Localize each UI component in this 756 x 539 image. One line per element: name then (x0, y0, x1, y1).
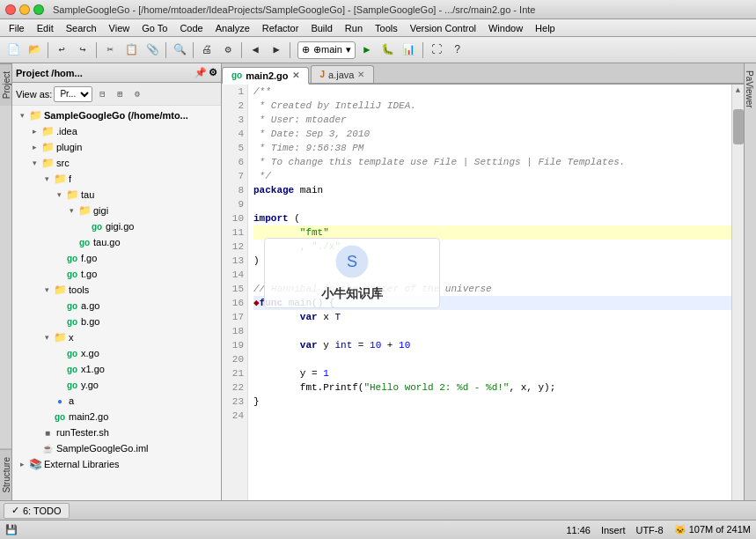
tree-t-go[interactable]: ▸ go t.go (12, 266, 221, 282)
insert-mode[interactable]: Insert (601, 525, 626, 535)
tree-gigi-go[interactable]: ▸ go gigi.go (12, 218, 221, 234)
tree-gigi-folder[interactable]: ▾ 📁 gigi (12, 203, 221, 218)
line-num-11: 11 (232, 225, 244, 240)
paste-button[interactable]: 📎 (143, 41, 162, 60)
tree-x-go[interactable]: ▸ go x.go (12, 345, 221, 361)
menu-file[interactable]: File (4, 21, 30, 35)
menu-run[interactable]: Run (340, 21, 368, 35)
tree-tools[interactable]: ▾ 📁 tools (12, 282, 221, 298)
scrollbar-thumb[interactable] (733, 109, 744, 144)
go-icon-main2: go (53, 410, 67, 424)
menu-help[interactable]: Help (530, 21, 561, 35)
minimize-button[interactable] (19, 4, 30, 15)
tab-main2-go[interactable]: go main2.go ✕ (222, 67, 309, 85)
tree-src[interactable]: ▾ 📁 src (12, 155, 221, 171)
tree-external-libs[interactable]: ▸ 📚 External Libraries (12, 456, 221, 472)
tree-plugin[interactable]: ▸ 📁 plugin (12, 139, 221, 155)
tree-f[interactable]: ▾ 📁 f (12, 171, 221, 187)
tree-a-go[interactable]: ▸ go a.go (12, 298, 221, 314)
folder-icon-x: 📁 (53, 330, 67, 344)
cut-button[interactable]: ✂ (100, 41, 120, 60)
line-num-24: 24 (232, 409, 244, 423)
menu-analyze[interactable]: Analyze (210, 21, 255, 35)
forward-button[interactable]: ▶ (267, 41, 286, 60)
settings-button[interactable]: ⚙ (218, 41, 238, 60)
tree-main2-go[interactable]: ▸ go main2.go (12, 409, 221, 425)
tree-b-go[interactable]: ▸ go b.go (12, 314, 221, 329)
panel-settings-icon[interactable]: ⚙ (209, 67, 217, 78)
line-num-13: 13 (232, 254, 244, 268)
menu-window[interactable]: Window (483, 21, 528, 35)
menu-tools[interactable]: Tools (370, 21, 403, 35)
tree-tau-go[interactable]: ▸ go tau.go (12, 234, 221, 250)
menu-refactor[interactable]: Refactor (257, 21, 305, 35)
window-controls (5, 4, 44, 15)
tree-f-go[interactable]: ▸ go f.go (12, 250, 221, 266)
menu-edit[interactable]: Edit (32, 21, 59, 35)
view-as-select[interactable]: Pr... (54, 86, 92, 102)
code-content[interactable]: /** * Created by IntelliJ IDEA. * User: … (248, 85, 731, 500)
tree-label-extlib: External Libraries (44, 459, 120, 469)
run-config-selector[interactable]: ⊕ ⊕main ▾ (297, 41, 356, 59)
tree-arrow-src: ▾ (28, 159, 40, 167)
bottom-tab-todo[interactable]: ✓ 6: TODO (4, 503, 70, 519)
scrollbar-up-arrow[interactable]: ▲ (732, 85, 744, 97)
tree-x1-go[interactable]: ▸ go x1.go (12, 361, 221, 377)
tab-a-java[interactable]: J a.java ✕ (311, 65, 375, 83)
help-button[interactable]: ? (448, 41, 467, 60)
code-line-24 (253, 409, 731, 423)
run-button[interactable]: ▶ (357, 41, 377, 60)
tree-x[interactable]: ▾ 📁 x (12, 329, 221, 345)
sidebar-tab-project[interactable]: Project (0, 63, 11, 106)
right-tab-paviewer[interactable]: PaViewer (745, 63, 756, 115)
menu-view[interactable]: View (104, 21, 136, 35)
close-button[interactable] (5, 4, 16, 15)
folder-icon-gigi: 📁 (77, 203, 92, 218)
editor-scrollbar[interactable]: ▲ (731, 85, 744, 500)
panel-collapse-btn[interactable]: ⊟ (94, 86, 110, 102)
menu-goto[interactable]: Go To (136, 21, 172, 35)
tab-close-main2[interactable]: ✕ (292, 70, 299, 80)
toolbar-separator-5 (241, 42, 242, 58)
panel-expand-btn[interactable]: ⊞ (112, 86, 128, 102)
debug-button[interactable]: 🐛 (378, 41, 398, 60)
open-button[interactable]: 📂 (25, 41, 44, 60)
new-button[interactable]: 📄 (4, 41, 23, 60)
project-panel: Project /hom... 📌 ⚙ View as: Pr... ⊟ ⊞ ⚙ (12, 63, 222, 500)
tree-iml[interactable]: ▸ ☕ SampleGoogleGo.iml (12, 440, 221, 456)
maximize-button[interactable] (33, 4, 44, 15)
line-num-10: 10 (232, 211, 244, 225)
tree-root[interactable]: ▾ 📁 SampleGoogleGo (/home/mto... (12, 107, 221, 123)
coverage-button[interactable]: 📊 (400, 41, 419, 60)
print-button[interactable]: 🖨 (197, 41, 217, 60)
undo-button[interactable]: ↩ (52, 41, 71, 60)
tree-y-go[interactable]: ▸ go y.go (12, 377, 221, 393)
iml-icon: ☕ (40, 441, 55, 455)
folder-icon-src: 📁 (40, 156, 55, 170)
tree-label-f: f (69, 174, 71, 184)
redo-button[interactable]: ↪ (73, 41, 92, 60)
copy-button[interactable]: 📋 (121, 41, 141, 60)
toolbar-separator-4 (193, 42, 194, 58)
tab-close-a[interactable]: ✕ (357, 70, 364, 79)
line-num-5: 5 (238, 141, 244, 155)
menu-code[interactable]: Code (174, 21, 208, 35)
panel-pin-button[interactable]: 📌 (195, 67, 207, 78)
tree-idea[interactable]: ▸ 📁 .idea (12, 123, 221, 139)
tree-a-binary[interactable]: ▸ ● a (12, 393, 221, 409)
sidebar-tab-structure[interactable]: Structure (0, 449, 11, 500)
bookmark-button[interactable]: ⛶ (427, 41, 446, 60)
menu-search[interactable]: Search (61, 21, 102, 35)
menu-build[interactable]: Build (305, 21, 337, 35)
panel-gear-btn[interactable]: ⚙ (129, 86, 145, 102)
encoding[interactable]: UTF-8 (635, 525, 663, 535)
memory-indicator[interactable]: 🐱 107M of 241M (674, 524, 751, 535)
menu-vcs[interactable]: Version Control (405, 21, 481, 35)
tree-tau[interactable]: ▾ 📁 tau (12, 187, 221, 203)
search-button[interactable]: 🔍 (170, 41, 189, 60)
tab-label-a: a.java (328, 70, 354, 80)
project-tree: ▾ 📁 SampleGoogleGo (/home/mto... ▸ 📁 .id… (12, 106, 221, 500)
tree-label-x: x (69, 332, 74, 343)
back-button[interactable]: ◀ (246, 41, 265, 60)
tree-runtester-sh[interactable]: ▸ ■ runTester.sh (12, 425, 221, 440)
